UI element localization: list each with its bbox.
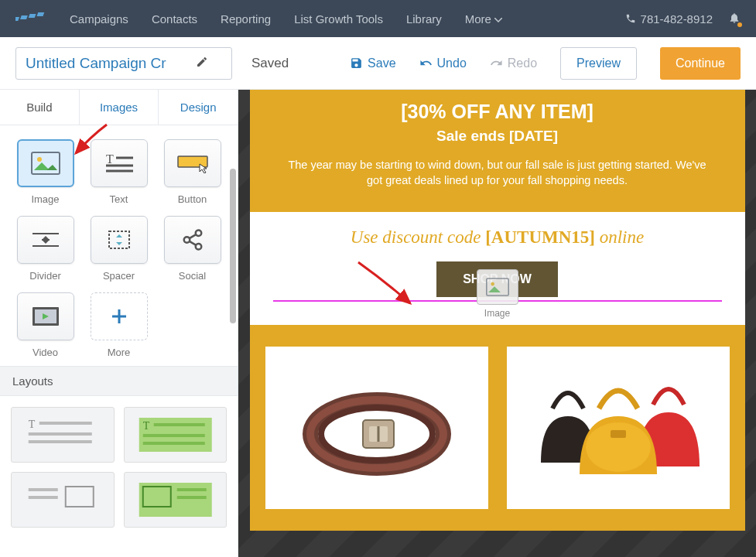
svg-rect-0 (15, 17, 19, 21)
email-body: [30% OFF ANY ITEM] Sale ends [DATE] The … (250, 90, 745, 531)
svg-rect-14 (109, 231, 129, 248)
social-icon (180, 228, 205, 251)
svg-point-5 (37, 157, 42, 162)
hero-section[interactable]: [30% OFF ANY ITEM] Sale ends [DATE] The … (250, 90, 745, 212)
sidebar-scrollbar[interactable] (230, 169, 236, 323)
canvas[interactable]: [30% OFF ANY ITEM] Sale ends [DATE] The … (238, 90, 756, 557)
block-social[interactable]: Social (161, 216, 224, 282)
button-icon (176, 153, 209, 173)
svg-rect-35 (66, 487, 94, 507)
block-spacer[interactable]: Spacer (87, 216, 150, 282)
edit-icon[interactable] (196, 56, 208, 71)
svg-point-48 (586, 422, 651, 472)
phone-icon (625, 13, 636, 24)
layout-4[interactable] (124, 472, 227, 528)
text-icon: T (104, 152, 135, 174)
hero-subtitle: Sale ends [DATE] (281, 128, 714, 145)
tab-design[interactable]: Design (159, 90, 238, 125)
annotation-arrow-canvas (354, 258, 424, 313)
svg-text:T: T (142, 420, 149, 432)
svg-rect-49 (611, 430, 626, 438)
drag-ghost: Image (473, 269, 522, 319)
nav-library[interactable]: Library (406, 12, 442, 26)
campaign-title-box[interactable] (15, 47, 232, 80)
toolbar: Saved Save Undo Redo Preview Continue (0, 37, 756, 90)
video-icon (30, 305, 61, 328)
redo-icon (490, 56, 503, 70)
svg-rect-4 (32, 152, 60, 174)
svg-rect-36 (139, 483, 211, 517)
hero-title: [30% OFF ANY ITEM] (281, 101, 714, 123)
promo-code-text: Use discount code [AUTUMN15] online (273, 227, 722, 248)
block-button[interactable]: Button (161, 139, 224, 205)
svg-rect-2 (29, 14, 36, 18)
sidebar: Build Images Design Image T Text Button … (0, 90, 238, 557)
sidebar-tabs: Build Images Design (0, 90, 238, 125)
layout-3[interactable] (11, 472, 115, 528)
svg-rect-40 (486, 278, 508, 296)
svg-rect-1 (20, 15, 28, 19)
layouts-header: Layouts (0, 366, 238, 396)
svg-rect-10 (178, 156, 207, 167)
drop-indicator: Image (273, 300, 722, 302)
promo-section[interactable]: Use discount code [AUTUMN15] online SHOP… (250, 212, 745, 325)
divider-icon (31, 229, 60, 251)
layout-2[interactable]: T (124, 407, 227, 463)
save-button[interactable]: Save (350, 56, 395, 70)
save-icon (350, 56, 363, 70)
plus-icon (110, 307, 128, 326)
svg-point-41 (491, 282, 494, 285)
nav-campaigns[interactable]: Campaigns (70, 12, 128, 26)
spacer-icon (106, 228, 132, 251)
svg-point-16 (183, 237, 190, 243)
block-video[interactable]: Video (14, 292, 77, 358)
product-bags-image (522, 362, 715, 494)
nav-list-growth[interactable]: List Growth Tools (294, 12, 383, 26)
block-text[interactable]: T Text (87, 139, 150, 205)
product-1[interactable] (265, 347, 488, 509)
svg-line-18 (189, 234, 196, 238)
block-image[interactable]: Image (14, 139, 77, 205)
undo-icon (419, 56, 433, 70)
top-nav: Campaigns Contacts Reporting List Growth… (0, 0, 756, 37)
svg-text:T: T (29, 419, 36, 430)
tab-build[interactable]: Build (0, 90, 80, 125)
nav-more[interactable]: More (465, 12, 502, 26)
undo-button[interactable]: Undo (419, 56, 467, 70)
campaign-title-input[interactable] (26, 55, 196, 72)
image-icon (486, 278, 509, 296)
svg-text:T: T (106, 152, 114, 166)
block-more[interactable]: More (87, 292, 150, 358)
logo[interactable] (15, 11, 46, 26)
image-icon (31, 152, 60, 175)
nav-reporting[interactable]: Reporting (221, 12, 271, 26)
svg-line-19 (189, 241, 196, 245)
svg-point-15 (195, 231, 201, 237)
block-divider[interactable]: Divider (14, 216, 77, 282)
save-status: Saved (251, 56, 289, 71)
product-belt-image (292, 374, 462, 482)
hero-body: The year may be starting to wind down, b… (281, 157, 714, 189)
svg-rect-3 (36, 12, 44, 16)
svg-point-17 (195, 244, 201, 250)
preview-button[interactable]: Preview (560, 47, 637, 80)
phone-number[interactable]: 781-482-8912 (625, 12, 713, 26)
product-2[interactable] (507, 347, 730, 509)
notifications-icon[interactable] (728, 11, 741, 27)
layout-1[interactable]: T (11, 407, 115, 463)
nav-contacts[interactable]: Contacts (152, 12, 197, 26)
redo-button: Redo (490, 56, 537, 70)
continue-button[interactable]: Continue (660, 47, 741, 80)
tab-images[interactable]: Images (80, 90, 159, 125)
products-row[interactable] (250, 325, 745, 531)
